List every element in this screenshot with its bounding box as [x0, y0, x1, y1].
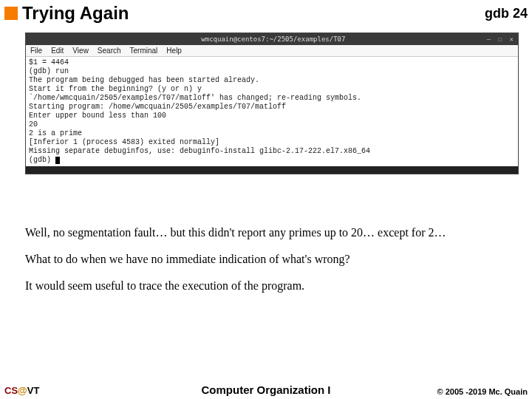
slide-title: Trying Again: [22, 3, 485, 24]
cursor-icon: [55, 157, 60, 164]
slide-header: Trying Again gdb 24: [0, 0, 532, 30]
terminal-line: `/home/wmcquain/2505/examples/T07/matlof…: [29, 94, 361, 102]
terminal-line: (gdb) run: [29, 67, 69, 75]
terminal-line: Starting program: /home/wmcquain/2505/ex…: [29, 103, 286, 111]
window-controls: — ☐ ✕: [487, 35, 514, 43]
footer-vt: VT: [27, 385, 40, 396]
terminal-title: wmcquain@centos7:~/2505/examples/T07: [60, 35, 487, 43]
terminal-menubar: File Edit View Search Terminal Help: [26, 45, 518, 57]
body-paragraph-3: It would seem useful to trace the execut…: [25, 279, 507, 293]
minimize-icon[interactable]: —: [487, 35, 491, 43]
accent-square-icon: [4, 7, 18, 20]
terminal-line: [Inferior 1 (process 4583) exited normal…: [29, 138, 219, 146]
footer-copyright: © 2005 -2019 Mc. Quain: [437, 387, 528, 396]
terminal-line: Start it from the beginning? (y or n) y: [29, 85, 202, 93]
terminal-line: Enter upper bound less than 100: [29, 112, 166, 120]
footer-left: CS@VT: [4, 385, 39, 396]
terminal-titlebar: wmcquain@centos7:~/2505/examples/T07 — ☐…: [26, 33, 518, 45]
slide-body: Well, no segmentation fault… but this di…: [0, 226, 532, 293]
footer-at: @: [18, 385, 27, 396]
footer-cs: CS: [4, 385, 18, 396]
terminal-body[interactable]: $1 = 4464 (gdb) run The program being de…: [26, 57, 518, 166]
footer-course: Computer Organization I: [201, 383, 330, 396]
slide-footer: CS@VT Computer Organization I © 2005 -20…: [0, 385, 532, 396]
terminal-line: The program being debugged has been star…: [29, 76, 259, 84]
terminal-footer-bar: [26, 166, 518, 174]
terminal-window: wmcquain@centos7:~/2505/examples/T07 — ☐…: [25, 33, 519, 174]
menu-edit[interactable]: Edit: [51, 47, 64, 55]
slide-section: gdb: [485, 6, 509, 21]
menu-view[interactable]: View: [72, 47, 89, 55]
terminal-line: (gdb): [29, 156, 55, 164]
body-paragraph-2: What to do when we have no immediate ind…: [25, 253, 507, 266]
terminal-line: 20: [29, 120, 38, 129]
menu-file[interactable]: File: [30, 47, 42, 55]
terminal-line: $1 = 4464: [29, 58, 69, 66]
menu-help[interactable]: Help: [166, 47, 182, 55]
menu-terminal[interactable]: Terminal: [130, 47, 158, 55]
slide-number: 24: [513, 6, 528, 21]
slide-tag: gdb 24: [485, 6, 528, 21]
terminal-line: Missing separate debuginfos, use: debugi…: [29, 147, 370, 155]
menu-search[interactable]: Search: [98, 47, 121, 55]
terminal-line: 2 is a prime: [29, 129, 82, 137]
maximize-icon[interactable]: ☐: [498, 35, 502, 43]
body-paragraph-1: Well, no segmentation fault… but this di…: [25, 226, 507, 239]
close-icon[interactable]: ✕: [510, 35, 514, 43]
